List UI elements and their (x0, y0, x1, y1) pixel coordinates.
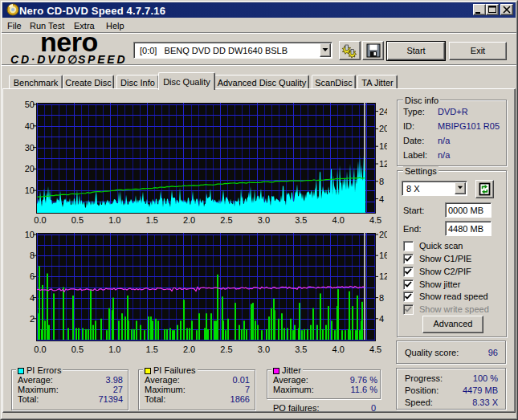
svg-text:2.0: 2.0 (183, 345, 195, 354)
svg-text:24: 24 (379, 107, 387, 116)
svg-text:0.5: 0.5 (71, 215, 84, 225)
svg-text:1.0: 1.0 (108, 345, 120, 354)
svg-text:20: 20 (379, 230, 387, 239)
svg-text:4: 4 (379, 314, 384, 324)
svg-text:4.0: 4.0 (332, 215, 345, 225)
svg-text:4: 4 (379, 194, 384, 204)
svg-text:1.5: 1.5 (146, 215, 158, 225)
svg-text:4.5: 4.5 (369, 215, 381, 225)
svg-text:2.5: 2.5 (220, 345, 232, 354)
svg-text:1.5: 1.5 (146, 345, 158, 354)
svg-text:2.0: 2.0 (183, 215, 195, 225)
svg-text:16: 16 (379, 141, 387, 151)
svg-text:0.5: 0.5 (71, 345, 84, 354)
svg-text:12: 12 (379, 159, 387, 169)
svg-text:12: 12 (379, 271, 387, 281)
svg-text:0.0: 0.0 (34, 345, 46, 354)
svg-text:4.0: 4.0 (332, 345, 345, 354)
svg-text:3.5: 3.5 (295, 215, 307, 225)
svg-text:4.5: 4.5 (369, 345, 381, 354)
svg-text:3.0: 3.0 (258, 345, 270, 354)
svg-text:2.5: 2.5 (220, 215, 232, 225)
svg-text:3.0: 3.0 (258, 215, 270, 225)
svg-text:20: 20 (379, 124, 387, 133)
svg-text:8: 8 (379, 177, 384, 186)
svg-text:0.0: 0.0 (34, 215, 46, 225)
svg-text:1.0: 1.0 (108, 215, 120, 225)
svg-text:3.5: 3.5 (295, 345, 307, 354)
svg-text:8: 8 (379, 293, 384, 303)
svg-text:16: 16 (379, 251, 387, 260)
